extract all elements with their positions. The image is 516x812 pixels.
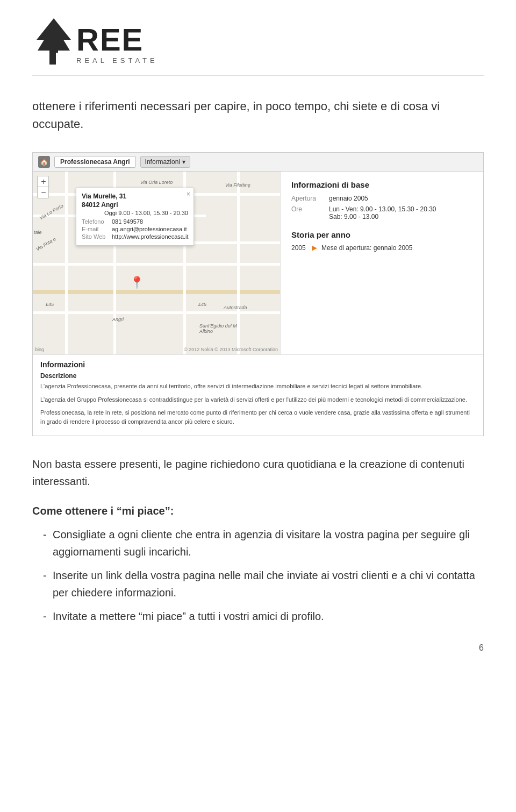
apertura-val: gennaio 2005 [329,195,368,202]
bullet-list: Consigliate a ogni cliente che entra in … [32,526,484,625]
map-label-tale: tale [34,230,42,235]
fb-info-panel: Informazioni di base Apertura gennaio 20… [280,172,483,354]
fb-map: Via Oria Loreto ZonaPIP Taurana Via File… [33,172,280,354]
popup-sito-row: Sito Web http://www.professionecasa.it [82,233,188,240]
logo-ree-text: REE [76,24,158,55]
storia-text: Mese di apertura: gennaio 2005 [321,244,412,252]
popup-hours: Oggi 9.00 - 13.00, 15.30 - 20.30 [82,210,188,216]
popup-close-button[interactable]: × [187,190,190,198]
ore-val: Lun - Ven: 9.00 - 13.00, 15.30 - 20.30 S… [329,205,436,220]
map-label-viafota: Via Fota o [35,236,56,252]
storia-title: Storia per anno [291,230,472,239]
map-label-vialo: Via Lo Porto [39,203,64,220]
map-location-marker: 📍 [130,276,144,290]
page-number: 6 [479,643,484,653]
map-label-loreto: Via Oria Loreto [140,180,173,185]
tree-logo-icon [32,16,75,65]
intro-paragraph: ottenere i riferimenti necessari per cap… [32,97,484,133]
logo-divider [32,75,484,76]
popup-sito-label: Sito Web [82,233,109,240]
popup-telefono-val: 081 949578 [112,218,143,225]
bullet-item-3: Invitate a mettere “mi piace” a tutti i … [43,608,484,625]
popup-email-val: ag.angri@professionecasa.it [112,226,187,232]
fb-bottom-section: Informazioni Descrizione L'agenzia Profe… [33,354,483,436]
map-credits-right: © 2012 Nokia © 2013 Microsoft Corporatio… [184,347,278,352]
apertura-row: Apertura gennaio 2005 [291,195,472,202]
map-credits-left: bing [35,347,44,352]
storia-year: 2005 [291,244,307,252]
zoom-in-button[interactable]: + [38,176,49,187]
storia-flag-icon: ▶ [312,244,317,252]
map-zoom-controls: + − [37,176,49,198]
bullet-item-1: Consigliate a ogni cliente che entra in … [43,526,484,560]
map-label-autostrada: Autostrada [224,305,247,310]
fb-desc-title: Descrizione [40,372,476,380]
facebook-screenshot: 🏠 Professionecasa Angri Informazioni ▾ [32,152,484,436]
popup-address-line2: 84012 Angri [82,201,188,209]
map-label-angri: Angri [112,317,124,322]
popup-telefono-row: Telefono 081 949578 [82,218,188,225]
fb-desc-p1: L'agenzia Professionecasa, presente da a… [40,382,476,391]
svg-marker-1 [37,18,71,53]
map-label-e45-left: £45 [46,302,54,307]
ore-label: Ore [291,205,329,220]
map-label-e45-right: £45 [198,302,206,307]
popup-email-row: E-mail ag.angri@professionecasa.it [82,226,188,232]
come-heading: Come ottenere i “mi piace”: [32,505,484,517]
fb-home-icon: 🏠 [38,156,50,168]
fb-tab-informazioni[interactable]: Informazioni ▾ [140,156,190,168]
logo-area: REE REAL ESTATE [32,16,484,76]
fb-topbar: 🏠 Professionecasa Angri Informazioni ▾ [33,153,483,172]
svg-rect-0 [49,53,56,65]
fb-main-content: Via Oria Loreto ZonaPIP Taurana Via File… [33,172,483,354]
logo-real-estate-text: REAL ESTATE [76,56,158,65]
map-label-filettine: Via Filettinę [225,182,250,188]
fb-desc-p2: L'agenzia del Gruppo Professionecasa si … [40,395,476,404]
popup-telefono-label: Telefono [82,218,109,225]
map-label-santegidio: Sant'Egidio del MAlbino [199,323,237,334]
zoom-out-button[interactable]: − [38,187,49,198]
popup-email-label: E-mail [82,226,109,232]
fb-tab-professionecasa[interactable]: Professionecasa Angri [54,156,136,168]
storia-row: 2005 ▶ Mese di apertura: gennaio 2005 [291,244,472,252]
info-base-table: Apertura gennaio 2005 Ore Lun - Ven: 9.0… [291,195,472,220]
bullet-item-2: Inserite un link della vostra pagina nel… [43,567,484,601]
fb-bottom-title: Informazioni [40,360,476,369]
popup-sito-val: http://www.professionecasa.it [112,233,188,240]
apertura-label: Apertura [291,195,329,202]
info-base-title: Informazioni di base [291,180,472,189]
ore-row: Ore Lun - Ven: 9.00 - 13.00, 15.30 - 20.… [291,205,472,220]
body-paragraph1: Non basta essere presenti, le pagine ric… [32,455,484,490]
map-info-popup: × Via Murelle, 31 84012 Angri Oggi 9.00 … [76,188,194,246]
dropdown-arrow-icon: ▾ [182,158,185,166]
popup-address-line1: Via Murelle, 31 [82,193,188,200]
fb-desc-p3: Professionecasa, la rete in rete, si pos… [40,408,476,426]
